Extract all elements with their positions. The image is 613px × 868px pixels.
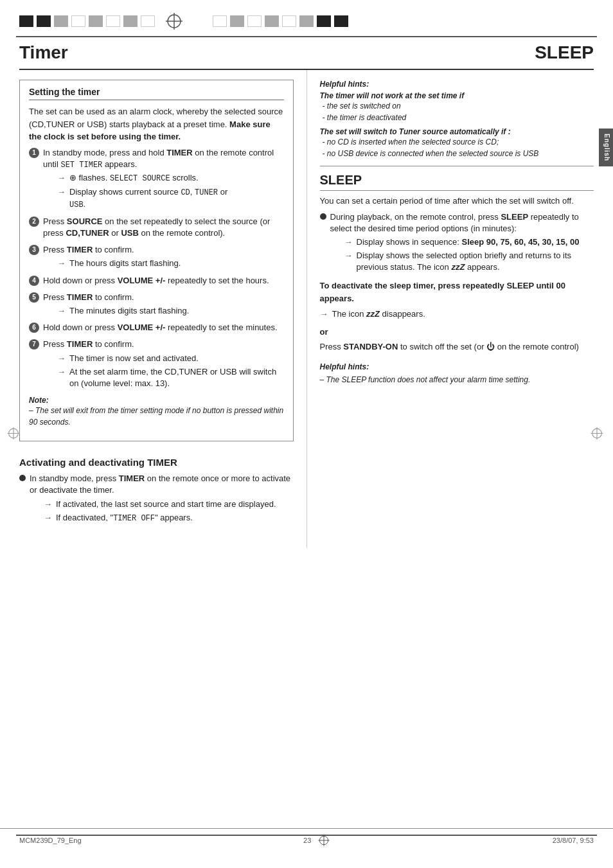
- activating-step-1: In standby mode, press TIMER on the remo…: [19, 473, 294, 524]
- top-bar-left-pattern: [19, 15, 155, 27]
- bar-white-3: [141, 15, 155, 27]
- helpful-title: Helpful hints:: [320, 80, 594, 89]
- arrow-icon: →: [44, 499, 52, 510]
- sleep-helpful-text: – The SLEEP function does not affect you…: [320, 374, 594, 385]
- bar-light-1: [54, 15, 68, 27]
- timer-steps-list: 1 In standby mode, press and hold TIMER …: [29, 147, 284, 390]
- sleep-sub2: → Display shows the selected option brie…: [344, 250, 594, 273]
- activating-steps: In standby mode, press TIMER on the remo…: [19, 473, 294, 524]
- footer-filename: MCM239D_79_Eng: [19, 837, 82, 844]
- timer-step-4: 4 Hold down or press VOLUME +/- repeated…: [29, 275, 284, 287]
- sleep-helpful-hints: Helpful hints: – The SLEEP function does…: [320, 362, 594, 385]
- arrow-icon: →: [57, 186, 66, 198]
- sleep-title: SLEEP: [319, 42, 594, 63]
- step3-sub1: → The hours digits start flashing.: [57, 258, 181, 269]
- top-decorative-bar: [0, 0, 613, 36]
- left-column: Setting the timer The set can be used as…: [19, 70, 307, 548]
- bar-r-white-1: [213, 15, 227, 27]
- helpful-sub1-item1: - the set is switched on: [323, 100, 594, 112]
- sleep-helpful-title: Helpful hints:: [320, 362, 594, 371]
- right-column: Helpful hints: The timer will not work a…: [307, 70, 594, 548]
- timer-note: Note: – The set will exit from the timer…: [29, 396, 284, 428]
- setting-timer-box: Setting the timer The set can be used as…: [19, 80, 294, 441]
- left-crosshair: [6, 426, 21, 442]
- arrow-icon: →: [57, 305, 66, 317]
- footer-date: 23/8/07, 9:53: [553, 837, 594, 844]
- arrow-icon: →: [57, 353, 66, 364]
- sleep-section: SLEEP You can set a certain period of ti…: [320, 173, 594, 385]
- footer-page: 23: [303, 837, 311, 844]
- arrow-icon: →: [320, 308, 328, 320]
- bar-light-2: [89, 15, 103, 27]
- timer-step-1: 1 In standby mode, press and hold TIMER …: [29, 147, 284, 211]
- sleep-intro: You can set a certain period of time aft…: [320, 195, 594, 208]
- bar-r-light-2: [265, 15, 279, 27]
- helpful-sub2-item2: - no USB device is connected when the se…: [323, 148, 594, 159]
- sleep-steps: During playback, on the remote control, …: [320, 211, 594, 274]
- timer-step-3: 3 Press TIMER to confirm. → The hours di…: [29, 244, 284, 269]
- activating-heading: Activating and deactivating TIMER: [19, 457, 294, 468]
- bar-r-light-3: [299, 15, 314, 27]
- sleep-step-1: During playback, on the remote control, …: [320, 211, 594, 274]
- helpful-hints-timer: Helpful hints: The timer will not work a…: [320, 80, 594, 159]
- step7-sub2: → At the set alarm time, the CD,TUNER or…: [57, 366, 284, 389]
- english-language-tab: English: [599, 128, 613, 166]
- timer-step-6: 6 Hold down or press VOLUME +/- repeated…: [29, 322, 284, 333]
- bullet-icon: [320, 213, 326, 220]
- step1-sub2: → Display shows current source CD, TUNER…: [57, 186, 284, 211]
- main-content: Setting the timer The set can be used as…: [0, 70, 613, 548]
- helpful-sub1-title: The timer will not work at the set time …: [320, 91, 594, 100]
- timer-step-2: 2 Press SOURCE on the set repeatedly to …: [29, 216, 284, 239]
- setting-timer-intro: The set can be used as an alarm clock, w…: [29, 105, 284, 143]
- right-crosshair: [590, 426, 604, 442]
- bar-light-3: [123, 15, 138, 27]
- top-bar-right-pattern: [213, 15, 348, 27]
- step7-sub1: → The timer is now set and activated.: [57, 353, 284, 364]
- sleep-sub1: → Display shows in sequence: Sleep 90, 7…: [344, 236, 594, 248]
- bar-r-white-3: [282, 15, 296, 27]
- step-number-4: 4: [29, 276, 39, 286]
- arrow-icon: →: [57, 172, 66, 184]
- footer-crosshair-icon: [317, 834, 330, 847]
- activating-section: Activating and deactivating TIMER In sta…: [19, 450, 294, 535]
- bar-dark-2: [37, 15, 51, 27]
- or-label: or: [320, 326, 594, 339]
- bar-r-white-2: [247, 15, 262, 27]
- page-titles-row: Timer SLEEP: [0, 37, 613, 66]
- sleep-divider: [320, 166, 594, 166]
- timer-step-5: 5 Press TIMER to confirm. → The minutes …: [29, 292, 284, 317]
- step1-sub1: → ⊕ flashes. SELECT SOURCE scrolls.: [57, 172, 284, 184]
- step-number-6: 6: [29, 323, 39, 333]
- footer: MCM239D_79_Eng 23 23/8/07, 9:53: [0, 828, 613, 852]
- helpful-sub2-title: The set will switch to Tuner source auto…: [320, 127, 594, 136]
- bottom-border-line: [16, 835, 597, 836]
- act-sub2: → If deactivated, "TIMER OFF" appears.: [44, 512, 294, 524]
- arrow-icon: →: [44, 512, 52, 524]
- step-number-5: 5: [29, 292, 39, 303]
- timer-step-7: 7 Press TIMER to confirm. → The timer is…: [29, 339, 284, 389]
- note-title: Note:: [29, 396, 284, 405]
- sleep-heading: SLEEP: [320, 173, 594, 191]
- step-number-3: 3: [29, 245, 39, 255]
- step-number-7: 7: [29, 339, 39, 350]
- step-number-2: 2: [29, 217, 39, 227]
- deactivate-sub: → The icon zzZ disappears.: [320, 308, 594, 320]
- step5-sub1: → The minutes digits start flashing.: [57, 305, 189, 317]
- note-text: – The set will exit from the timer setti…: [29, 405, 284, 428]
- bar-white-1: [71, 15, 85, 27]
- footer-center-group: 23: [303, 834, 330, 847]
- helpful-sub2-item1: - no CD is inserted when the selected so…: [323, 136, 594, 148]
- arrow-icon: →: [344, 236, 353, 248]
- bar-r-light-1: [230, 15, 244, 27]
- arrow-icon: →: [57, 366, 66, 378]
- setting-timer-heading: Setting the timer: [29, 87, 284, 100]
- bar-dark-1: [19, 15, 33, 27]
- crosshair-icon-left: [164, 12, 184, 31]
- act-sub1: → If activated, the last set source and …: [44, 499, 294, 510]
- helpful-sub1-item2: - the timer is deactivated: [323, 112, 594, 123]
- arrow-icon: →: [344, 250, 353, 261]
- arrow-icon: →: [57, 258, 66, 269]
- or-step: Press STANDBY-ON to switch off the set (…: [320, 341, 594, 353]
- bar-white-2: [106, 15, 120, 27]
- bar-r-dark-1: [317, 15, 331, 27]
